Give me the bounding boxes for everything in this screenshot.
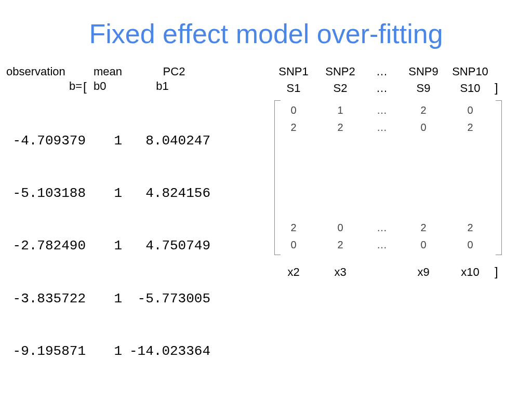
matrix-cell: 2 — [447, 222, 494, 234]
x2-label: x2 — [270, 265, 317, 279]
pc2-value: -5.773005 — [127, 290, 216, 308]
observation-table: -4.70937918.040247 -5.10318814.824156 -2… — [5, 97, 265, 399]
b-equals-label: b= — [5, 79, 83, 94]
table-row: -5.10318814.824156 — [5, 185, 265, 203]
pc2-value: -14.023364 — [127, 343, 216, 361]
snp1-header: SNP1 — [270, 65, 317, 78]
matrix-row: 0 2 … 0 0 — [270, 239, 525, 251]
matrix-cell: 1 — [317, 104, 364, 116]
obs-value: -4.709379 — [5, 132, 94, 150]
matrix-cell: 0 — [400, 122, 447, 134]
matrix-cell: 0 — [447, 239, 494, 251]
mean-value: 1 — [94, 343, 127, 361]
matrix-cell: 2 — [317, 122, 364, 134]
mean-value: 1 — [94, 237, 127, 255]
header-mean: mean — [94, 65, 138, 78]
snp-matrix: 0 1 … 2 0 2 2 … 0 2 2 0 … — [270, 100, 525, 255]
matrix-bracket-right — [496, 100, 502, 255]
bracket-open: [ — [83, 79, 94, 94]
b1-label: b1 — [125, 79, 184, 94]
x9-label: x9 — [400, 265, 447, 279]
matrix-cell: 2 — [400, 104, 447, 116]
bracket-close: ] — [494, 81, 498, 95]
pc2-value: 8.040247 — [127, 132, 216, 150]
bracket-close: ] — [494, 264, 498, 279]
b0-label: b0 — [94, 79, 125, 94]
column-id-row-right: x2 x3 x9 x10 ] — [270, 264, 525, 279]
s10-label: S10 — [447, 82, 494, 95]
matrix-gap — [270, 134, 525, 222]
obs-value: -3.283042 — [5, 396, 94, 399]
table-row: -3.8357221-5.773005 — [5, 290, 265, 308]
matrix-bracket-left — [274, 100, 281, 255]
obs-value: -9.195871 — [5, 343, 94, 361]
table-row: -9.1958711-14.023364 — [5, 343, 265, 361]
obs-value: -5.103188 — [5, 185, 94, 203]
page-title: Fixed effect model over-fitting — [0, 0, 532, 65]
mean-value: 1 — [94, 185, 127, 203]
s2-label: S2 — [317, 82, 364, 95]
matrix-cell: 2 — [317, 239, 364, 251]
left-panel: observation mean PC2 b= [ b0 b1 -4.70937… — [5, 65, 265, 399]
pc2-value: 4.824156 — [127, 185, 216, 203]
table-row: -2.78249014.750749 — [5, 237, 265, 255]
left-table-headers: observation mean PC2 — [5, 65, 265, 78]
mean-value: 1 — [94, 290, 127, 308]
matrix-cell: 2 — [447, 122, 494, 134]
content-area: observation mean PC2 b= [ b0 b1 -4.70937… — [0, 65, 532, 399]
right-panel: SNP1 SNP2 … SNP9 SNP10 S1 S2 … S9 S10 ] … — [265, 65, 525, 399]
matrix-cell: 2 — [400, 222, 447, 234]
matrix-cell: 0 — [317, 222, 364, 234]
snp10-header: SNP10 — [447, 65, 494, 78]
s1-label: S1 — [270, 82, 317, 95]
pc2-value: 4.750749 — [127, 237, 216, 255]
header-pc2: PC2 — [138, 65, 210, 78]
matrix-row: 2 0 … 2 2 — [270, 222, 525, 234]
matrix-cell: 0 — [400, 239, 447, 251]
ellipsis: … — [364, 65, 400, 78]
ellipsis: … — [364, 122, 400, 134]
matrix-cell: 0 — [447, 104, 494, 116]
ellipsis: … — [364, 104, 400, 116]
ellipsis: … — [364, 239, 400, 251]
table-row: -3.2830421-7.073483 — [5, 396, 265, 399]
pc2-value: -7.073483 — [127, 396, 216, 399]
table-row: -4.70937918.040247 — [5, 132, 265, 150]
x10-label: x10 — [447, 265, 494, 279]
obs-value: -2.782490 — [5, 237, 94, 255]
s9-label: S9 — [400, 82, 447, 95]
mean-value: 1 — [94, 132, 127, 150]
snp-header-row: SNP1 SNP2 … SNP9 SNP10 — [270, 65, 525, 78]
ellipsis: … — [364, 82, 400, 95]
snp2-header: SNP2 — [317, 65, 364, 78]
header-observation: observation — [5, 65, 94, 78]
b-coefficient-row: b= [ b0 b1 — [5, 79, 265, 94]
s-coefficient-row: S1 S2 … S9 S10 ] — [270, 81, 525, 95]
snp9-header: SNP9 — [400, 65, 447, 78]
ellipsis: … — [364, 222, 400, 234]
x3-label: x3 — [317, 265, 364, 279]
matrix-row: 0 1 … 2 0 — [270, 104, 525, 116]
mean-value: 1 — [94, 396, 127, 399]
obs-value: -3.835722 — [5, 290, 94, 308]
matrix-row: 2 2 … 0 2 — [270, 122, 525, 134]
